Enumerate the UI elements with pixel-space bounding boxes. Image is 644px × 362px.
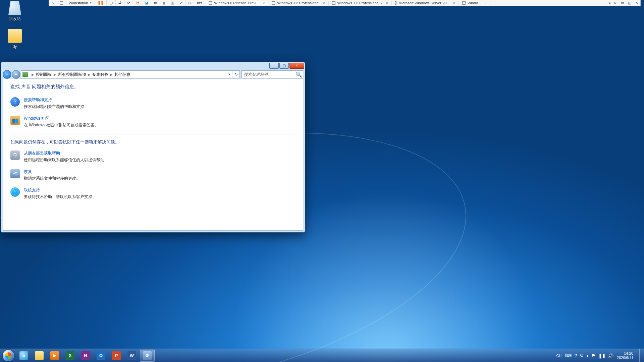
minimize-button[interactable]: — xyxy=(269,63,279,69)
vmware-tab[interactable]: Windows XP Professional × xyxy=(268,1,328,5)
chevron-down-icon: ▼ xyxy=(90,1,92,4)
vmware-prev-tab-button[interactable]: ◂ xyxy=(606,1,612,5)
tray-icons: ⌨ ? ↯ ▴ ⚑ ❚▮ 🔊 xyxy=(565,353,613,358)
vmware-toolbar-button[interactable]: ▢ xyxy=(107,0,116,6)
start-button[interactable] xyxy=(1,349,16,362)
close-button[interactable]: ✕ xyxy=(289,63,304,69)
address-dropdown-button[interactable]: ▼ xyxy=(226,71,232,78)
close-icon[interactable]: × xyxy=(484,1,486,5)
section-heading: 如果问题仍然存在，可以尝试以下任一选项来解决问题。 xyxy=(10,139,296,145)
link-friend-help[interactable]: 从朋友那里获取帮助 xyxy=(24,151,60,156)
onenote-icon: N xyxy=(81,351,90,360)
taskbar-word[interactable]: W xyxy=(124,350,139,362)
option-description: 撤消对系统文件和程序的更改。 xyxy=(24,176,80,181)
pause-icon: ❚❚ xyxy=(98,1,104,5)
vmware-fullscreen-button[interactable]: ⤢ xyxy=(177,0,186,6)
taskbar: e ▶ X N O P W ⚙ CH ⌨ ? ↯ ▴ ⚑ ❚▮ 🔊 14:20 … xyxy=(0,349,644,362)
vmware-pause-button[interactable]: ❚❚ xyxy=(95,0,107,6)
taskbar-media-player[interactable]: ▶ xyxy=(47,350,62,362)
library-icon xyxy=(60,1,63,5)
vmware-toolbar-button[interactable]: ▭ xyxy=(619,1,626,5)
vmware-tab[interactable]: Windows 8 Release Previ... × xyxy=(205,1,268,5)
refresh-button[interactable]: ↻ xyxy=(232,71,239,78)
vmware-toolbar-button[interactable]: ◫ xyxy=(626,1,633,5)
link-online-support[interactable]: 联机支持 xyxy=(24,188,40,192)
breadcrumb-separator-icon: ▶ xyxy=(108,73,114,76)
control-panel-window: — ▢ ✕ ← → ▶ 控制面板 ▶ 所有控制面板项 ▶ 疑难解答 ▶ 其他信息… xyxy=(1,62,305,233)
taskbar-outlook[interactable]: O xyxy=(94,350,108,362)
taskbar-explorer[interactable] xyxy=(32,350,47,362)
desktop-icon-recycle-bin[interactable]: 回收站 xyxy=(2,1,28,22)
breadcrumb-item[interactable]: 所有控制面板项 xyxy=(58,72,86,77)
desktop-icon-label: dy xyxy=(2,44,28,49)
refresh-icon: ↻ xyxy=(234,72,238,77)
vmware-toolbar-button[interactable]: ◫ xyxy=(168,0,177,6)
vmware-toolbar-button[interactable]: ✕ xyxy=(633,1,640,5)
tray-help-icon[interactable]: ? xyxy=(574,353,577,358)
vmware-next-tab-button[interactable]: ▸ xyxy=(612,1,619,5)
control-panel-icon xyxy=(22,72,28,77)
vmware-toolbar-button[interactable]: ⇄ xyxy=(116,0,124,6)
breadcrumb-separator-icon: ▶ xyxy=(52,73,58,76)
tray-action-center-icon[interactable]: ⚑ xyxy=(591,353,596,358)
tray-ime-indicator[interactable]: CH xyxy=(556,354,561,358)
vmware-tab[interactable]: Windo... × xyxy=(459,1,490,5)
close-icon[interactable]: × xyxy=(386,1,388,5)
vmware-toolbar-button[interactable]: ⟳ xyxy=(124,0,133,6)
link-windows-community[interactable]: Windows 社区 xyxy=(24,116,49,121)
nav-back-button[interactable]: ← xyxy=(3,70,11,79)
vmware-tab[interactable]: Windows XP Professional 2 × xyxy=(329,1,392,5)
vmware-library-button[interactable] xyxy=(57,0,66,6)
option-description: 要获得技术协助，请联机联系客户支持。 xyxy=(24,194,96,200)
vmware-toolbar-button[interactable]: ▷ xyxy=(186,0,194,6)
vmware-tab-label: Windows 8 Release Previ... xyxy=(214,1,259,5)
tray-clock[interactable]: 14:20 2020/6/11 xyxy=(617,351,633,360)
option-friend-help: ⚲ 从朋友那里获取帮助 使用远程协助来联系能够信任的人以提供帮助 xyxy=(10,150,296,163)
breadcrumb-item[interactable]: 疑难解答 xyxy=(92,72,108,77)
vmware-toolbar-button[interactable]: ◪ xyxy=(142,0,151,6)
tray-keyboard-icon[interactable]: ⌨ xyxy=(565,353,572,358)
vmware-tab[interactable]: Microsoft Windows Server 20... × xyxy=(392,1,459,5)
tray-network-icon[interactable]: ❚▮ xyxy=(598,353,605,358)
address-bar[interactable]: ▶ 控制面板 ▶ 所有控制面板项 ▶ 疑难解答 ▶ 其他信息 ▼ ↻ xyxy=(21,70,240,78)
tray-volume-icon[interactable]: 🔊 xyxy=(608,353,613,358)
taskbar-excel[interactable]: X xyxy=(63,350,77,362)
option-windows-community: 👥 Windows 社区 在 Windows 社区中张贴问题或搜索答案。 xyxy=(10,116,296,128)
vm-icon xyxy=(332,1,335,5)
vmware-home-button[interactable]: ⌂ xyxy=(49,0,57,6)
window-titlebar[interactable]: — ▢ ✕ xyxy=(1,62,305,69)
vmware-workstation-menu[interactable]: Workstation ▼ xyxy=(66,0,95,6)
desktop-icon-label: 回收站 xyxy=(2,16,28,22)
link-restore[interactable]: 恢复 xyxy=(24,169,32,174)
show-desktop-button[interactable] xyxy=(639,349,643,362)
link-search-help[interactable]: 搜索帮助和支持 xyxy=(24,98,52,102)
vmware-snapshot-button[interactable]: ◔ xyxy=(133,0,142,6)
vmware-unity-button[interactable]: ▭ xyxy=(151,0,160,6)
media-player-icon: ▶ xyxy=(50,351,59,360)
search-box[interactable]: 🔍 xyxy=(241,70,303,78)
breadcrumb-item[interactable]: 控制面板 xyxy=(36,72,52,77)
divider xyxy=(10,134,296,134)
close-icon[interactable]: × xyxy=(453,1,455,5)
taskbar-ie[interactable]: e xyxy=(16,350,31,362)
search-input[interactable] xyxy=(242,71,295,78)
close-icon[interactable]: × xyxy=(323,1,325,5)
tray-sync-icon[interactable]: ↯ xyxy=(580,353,584,358)
taskbar-powerpoint[interactable]: P xyxy=(109,350,124,362)
search-icon[interactable]: 🔍 xyxy=(295,71,303,78)
system-tray: CH ⌨ ? ↯ ▴ ⚑ ❚▮ 🔊 14:20 2020/6/11 xyxy=(556,349,643,362)
taskbar-onenote[interactable]: N xyxy=(78,350,93,362)
breadcrumb-separator-icon: ▶ xyxy=(30,73,36,76)
breadcrumb-item[interactable]: 其他信息 xyxy=(114,72,130,77)
maximize-button[interactable]: ▢ xyxy=(279,63,289,69)
vmware-toolbar-button[interactable]: ▯ xyxy=(160,0,168,6)
taskbar-control-panel[interactable]: ⚙ xyxy=(140,350,155,362)
restore-icon: ⟲ xyxy=(10,169,20,178)
help-icon: ? xyxy=(10,97,20,107)
desktop-icon-folder-dy[interactable]: dy xyxy=(2,29,28,49)
close-icon[interactable]: × xyxy=(263,1,265,5)
vmware-toolbar-button[interactable]: ▭▾ xyxy=(194,0,205,6)
tray-chevron-up-icon[interactable]: ▴ xyxy=(586,353,589,358)
nav-forward-button[interactable]: → xyxy=(12,70,20,79)
snapshot-manager-icon: ◪ xyxy=(145,1,148,5)
